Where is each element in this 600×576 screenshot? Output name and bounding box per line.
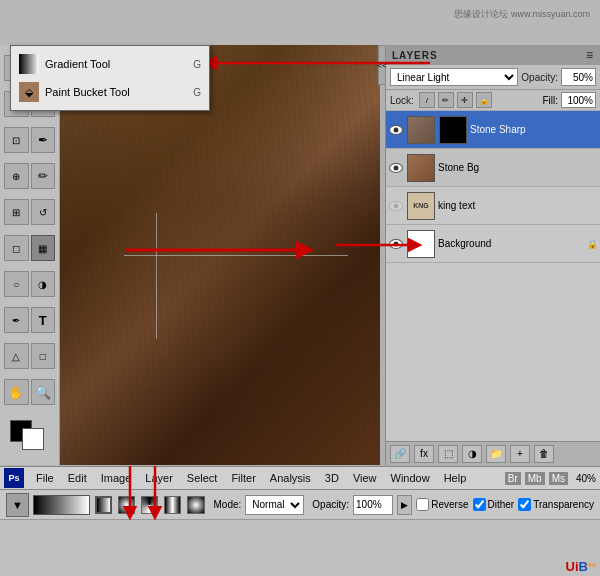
layers-bottom-bar: 🔗 fx ⬚ ◑ 📁 + 🗑 (386, 441, 600, 465)
eraser-tool[interactable]: ◻ (4, 235, 29, 261)
eye-icon-stone-bg (389, 163, 403, 173)
transparency-checkbox-label[interactable]: Transparency (518, 498, 594, 511)
menu-file[interactable]: File (30, 470, 60, 486)
lock-all-icon[interactable]: 🔒 (476, 92, 492, 108)
adjustment-btn[interactable]: ◑ (462, 445, 482, 463)
linear-gradient-btn[interactable] (95, 496, 112, 514)
canvas-crosshair-h (124, 255, 348, 256)
lock-transparent-icon[interactable]: / (419, 92, 435, 108)
bottom-section: Ps File Edit Image Layer Select Filter A… (0, 466, 600, 576)
menu-bar: Ps File Edit Image Layer Select Filter A… (0, 466, 600, 490)
delete-layer-btn[interactable]: 🗑 (534, 445, 554, 463)
pen-tool[interactable]: ✒ (4, 307, 29, 333)
layer-row-stone-bg[interactable]: Stone Bg (386, 149, 600, 187)
visibility-stone-sharp[interactable] (388, 122, 404, 138)
blend-mode-select[interactable]: Linear Light (390, 68, 518, 86)
uib-logo: UiB°° (566, 559, 596, 574)
layer-row-background[interactable]: Background 🔒 (386, 225, 600, 263)
eye-icon-background (389, 239, 403, 249)
dither-checkbox-label[interactable]: Dither (473, 498, 515, 511)
eye-icon-king-text (389, 201, 403, 211)
gradient-tool-item[interactable]: Gradient Tool G (11, 50, 209, 78)
gradient-icon (19, 54, 39, 74)
menu-window[interactable]: Window (385, 470, 436, 486)
menu-layer[interactable]: Layer (139, 470, 179, 486)
visibility-king-text[interactable] (388, 198, 404, 214)
ps-logo: Ps (4, 468, 24, 488)
group-btn[interactable]: 📁 (486, 445, 506, 463)
menu-help[interactable]: Help (438, 470, 473, 486)
layer-row-stone-sharp[interactable]: Stone Sharp (386, 111, 600, 149)
layer-lock-icon: 🔒 (587, 239, 598, 249)
blend-mode-row: Linear Light Opacity: (386, 65, 600, 90)
mask-btn[interactable]: ⬚ (438, 445, 458, 463)
menu-image[interactable]: Image (95, 470, 138, 486)
paint-bucket-tool-item[interactable]: ⬙ Paint Bucket Tool G (11, 78, 209, 106)
watermark: 思缘设计论坛 www.missyuan.com (454, 8, 590, 21)
status-indicators: Br Mb Ms 40% (505, 472, 596, 485)
gradient-preview[interactable] (33, 495, 90, 515)
main-container: 思缘设计论坛 www.missyuan.com Gradient Tool G … (0, 0, 600, 576)
menu-edit[interactable]: Edit (62, 470, 93, 486)
heal-tool[interactable]: ⊕ (4, 163, 29, 189)
new-layer-btn[interactable]: + (510, 445, 530, 463)
layers-header: LAYERS ≡ (386, 45, 600, 65)
options-bar: ▼ Mode: Normal Opacity: ▶ Reverse (0, 490, 600, 520)
panel-menu-icon[interactable]: ≡ (586, 48, 594, 62)
reflected-gradient-btn[interactable] (164, 496, 181, 514)
blend-mode-options[interactable]: Normal (245, 495, 304, 515)
dither-checkbox[interactable] (473, 498, 486, 511)
crop-tool[interactable]: ⊡ (4, 127, 29, 153)
transparency-checkbox[interactable] (518, 498, 531, 511)
diamond-gradient-btn[interactable] (187, 496, 204, 514)
fill-input[interactable] (561, 92, 596, 108)
paint-bucket-icon: ⬙ (19, 82, 39, 102)
brush-tool[interactable]: ✏ (31, 163, 56, 189)
radial-gradient-btn[interactable] (118, 496, 135, 514)
reverse-checkbox[interactable] (416, 498, 429, 511)
lock-pixels-icon[interactable]: ✏ (438, 92, 454, 108)
thumb-king-text: KNG (407, 192, 435, 220)
angle-gradient-btn[interactable] (141, 496, 158, 514)
blur-tool[interactable]: ○ (4, 271, 29, 297)
gradient-tool-panel[interactable]: ▦ (31, 235, 56, 261)
text-tool[interactable]: T (31, 307, 56, 333)
layer-row-king-text[interactable]: KNG king text (386, 187, 600, 225)
menu-3d[interactable]: 3D (319, 470, 345, 486)
panel-collapse-handle[interactable]: << (378, 45, 386, 85)
thumb-background (407, 230, 435, 258)
tool-popup: Gradient Tool G ⬙ Paint Bucket Tool G (10, 45, 210, 111)
eyedropper-tool[interactable]: ✒ (31, 127, 56, 153)
layers-panel: << LAYERS ≡ Linear Light Opacity: Lock: … (385, 45, 600, 465)
visibility-stone-bg[interactable] (388, 160, 404, 176)
opacity-options-input[interactable] (353, 495, 393, 515)
menu-view[interactable]: View (347, 470, 383, 486)
tool-preset-picker[interactable]: ▼ (6, 493, 29, 517)
clone-tool[interactable]: ⊞ (4, 199, 29, 225)
menu-analysis[interactable]: Analysis (264, 470, 317, 486)
panel-corner-icons: ≡ (586, 48, 594, 62)
visibility-background[interactable] (388, 236, 404, 252)
hand-tool[interactable]: ✋ (4, 379, 29, 405)
zoom-tool[interactable]: 🔍 (31, 379, 56, 405)
menu-select[interactable]: Select (181, 470, 224, 486)
mask-stone-sharp (439, 116, 467, 144)
shape-tool[interactable]: □ (31, 343, 56, 369)
eye-icon-stone-sharp (389, 125, 403, 135)
link-layers-btn[interactable]: 🔗 (390, 445, 410, 463)
top-area (0, 0, 600, 45)
thumb-stone-bg (407, 154, 435, 182)
lock-row: Lock: / ✏ ✛ 🔒 Fill: (386, 90, 600, 111)
reverse-checkbox-label[interactable]: Reverse (416, 498, 468, 511)
background-color[interactable] (22, 428, 44, 450)
path-tool[interactable]: △ (4, 343, 29, 369)
menu-filter[interactable]: Filter (225, 470, 261, 486)
opacity-input[interactable] (561, 68, 596, 86)
dodge-tool[interactable]: ◑ (31, 271, 56, 297)
history-tool[interactable]: ↺ (31, 199, 56, 225)
lock-position-icon[interactable]: ✛ (457, 92, 473, 108)
fx-btn[interactable]: fx (414, 445, 434, 463)
canvas-crosshair-v (156, 213, 157, 339)
opacity-arrow-btn[interactable]: ▶ (397, 495, 412, 515)
thumb-stone-sharp (407, 116, 435, 144)
